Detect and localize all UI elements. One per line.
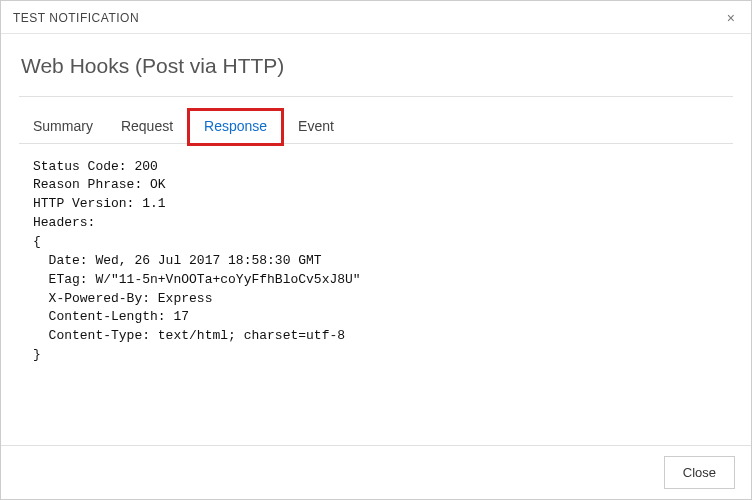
page-title: Web Hooks (Post via HTTP)	[19, 46, 733, 97]
modal-content: Web Hooks (Post via HTTP) Summary Reques…	[1, 34, 751, 445]
tab-response[interactable]: Response	[187, 108, 284, 146]
tab-bar: Summary Request Response Event	[19, 111, 733, 144]
tab-summary[interactable]: Summary	[19, 111, 107, 143]
tab-request[interactable]: Request	[107, 111, 187, 143]
test-notification-modal: TEST NOTIFICATION × Web Hooks (Post via …	[0, 0, 752, 500]
titlebar: TEST NOTIFICATION ×	[1, 1, 751, 34]
close-icon[interactable]: ×	[723, 9, 739, 27]
response-body: Status Code: 200 Reason Phrase: OK HTTP …	[19, 144, 733, 445]
close-button[interactable]: Close	[664, 456, 735, 489]
tab-event[interactable]: Event	[284, 111, 348, 143]
modal-footer: Close	[1, 445, 751, 499]
modal-title: TEST NOTIFICATION	[13, 11, 139, 25]
